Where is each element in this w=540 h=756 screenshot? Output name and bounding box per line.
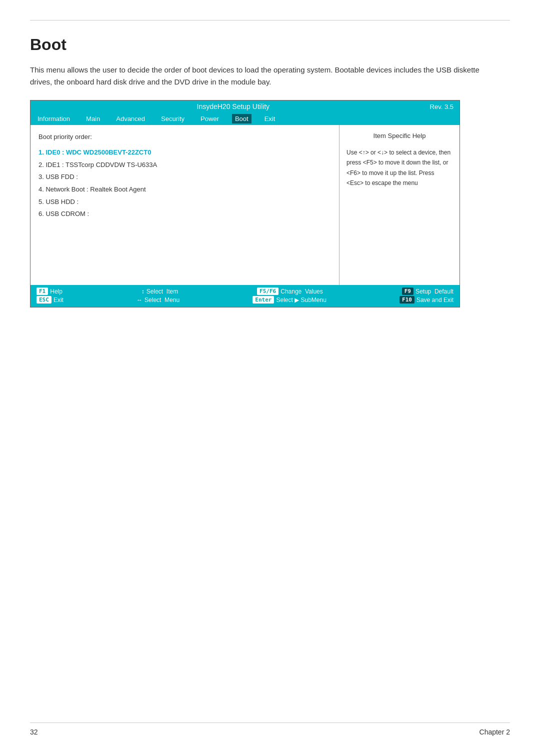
footer-f10-save: F10 Save and Exit [400, 296, 454, 304]
label-select-submenu: Select ▶ SubMenu [276, 296, 326, 304]
label-exit: Exit [54, 296, 64, 304]
bios-nav: Information Main Advanced Security Power… [30, 112, 460, 125]
label-help: Help [50, 288, 62, 295]
boot-priority-label: Boot priority order: [38, 133, 331, 140]
page-title: Boot [30, 36, 510, 54]
leftright-arrow-icon: ↔ [136, 296, 142, 304]
bios-help-panel: Item Specific Help Use <↑> or <↓> to sel… [340, 125, 460, 285]
nav-advanced[interactable]: Advanced [113, 114, 148, 124]
bios-content: Boot priority order: 1. IDE0 : WDC WD250… [30, 125, 460, 285]
footer-f1-help: F1 Help [36, 288, 62, 295]
key-f1: F1 [36, 288, 48, 295]
label-select-item: Select Item [146, 288, 178, 295]
nav-boot[interactable]: Boot [232, 114, 252, 124]
bios-title: InsydeH20 Setup Utility [36, 102, 430, 110]
footer-esc-exit: ESC Exit [36, 296, 64, 304]
key-esc: ESC [36, 296, 52, 304]
boot-item-5[interactable]: 5. USB HDD : [38, 196, 331, 208]
page-container: Boot This menu allows the user to decide… [0, 0, 540, 756]
nav-main[interactable]: Main [83, 114, 103, 124]
page-description: This menu allows the user to decide the … [30, 64, 480, 88]
help-title: Item Specific Help [346, 131, 452, 142]
key-f10: F10 [400, 296, 414, 304]
page-number: 32 [30, 728, 38, 736]
footer-f9-setup: F9 Setup Default [402, 288, 454, 295]
key-f5f6: F5/F6 [257, 288, 278, 295]
label-setup-default: Setup Default [416, 288, 454, 295]
boot-item-4[interactable]: 4. Network Boot : Realtek Boot Agent [38, 184, 331, 196]
key-enter: Enter [252, 296, 274, 304]
label-save-exit: Save and Exit [416, 296, 454, 304]
boot-item-2[interactable]: 2. IDE1 : TSSTcorp CDDVDW TS-U633A [38, 159, 331, 172]
help-text: Use <↑> or <↓> to select a device, then … [346, 148, 452, 188]
footer-enter-submenu: Enter Select ▶ SubMenu [252, 296, 326, 304]
boot-item-3[interactable]: 3. USB FDD : [38, 171, 331, 184]
nav-information[interactable]: Information [34, 114, 73, 124]
bios-rev: Rev. 3.5 [430, 103, 454, 110]
updown-arrow-icon: ↕ [142, 288, 144, 295]
footer-row-1: F1 Help ↕ Select Item F5/F6 Change Value… [36, 288, 454, 295]
bios-setup-box: InsydeH20 Setup Utility Rev. 3.5 Informa… [30, 100, 460, 308]
nav-exit[interactable]: Exit [262, 114, 278, 124]
nav-security[interactable]: Security [158, 114, 188, 124]
bios-footer: F1 Help ↕ Select Item F5/F6 Change Value… [30, 285, 460, 307]
label-change-values: Change Values [280, 288, 323, 295]
boot-item-6[interactable]: 6. USB CDROM : [38, 208, 331, 220]
footer-row-2: ESC Exit ↔ Select Menu Enter Select ▶ Su… [36, 296, 454, 304]
label-select-menu: Select Menu [144, 296, 180, 304]
page-footer: 32 Chapter 2 [30, 722, 510, 736]
key-f9: F9 [402, 288, 414, 295]
chapter-label: Chapter 2 [480, 728, 510, 736]
boot-item-1[interactable]: 1. IDE0 : WDC WD2500BEVT-22ZCT0 [38, 146, 331, 159]
top-rule [30, 20, 510, 20]
footer-f5f6-change: F5/F6 Change Values [257, 288, 323, 295]
bios-main-panel: Boot priority order: 1. IDE0 : WDC WD250… [30, 125, 340, 285]
footer-arrows-select-item: ↕ Select Item [142, 288, 178, 295]
bios-title-bar: InsydeH20 Setup Utility Rev. 3.5 [30, 100, 460, 112]
footer-arrows-select-menu: ↔ Select Menu [136, 296, 180, 304]
nav-power[interactable]: Power [198, 114, 222, 124]
